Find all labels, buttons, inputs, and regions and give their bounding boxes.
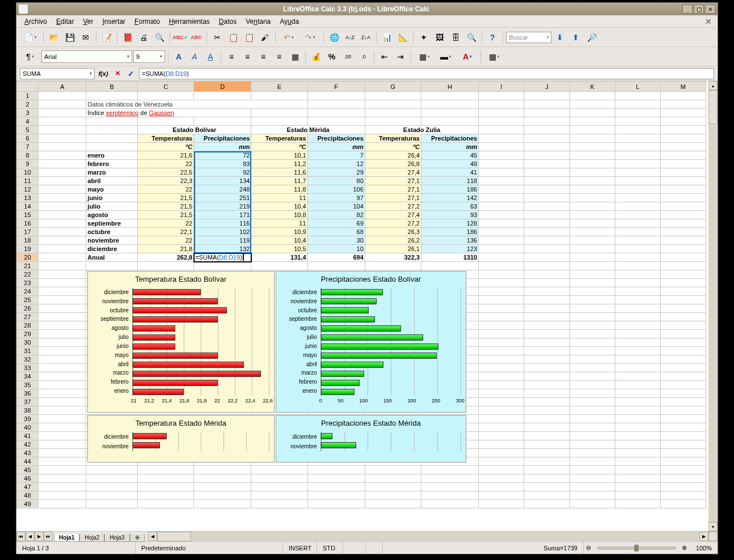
cell-M34[interactable]	[660, 372, 706, 381]
cell-C6[interactable]: Temperaturas	[138, 134, 194, 143]
cell-K19[interactable]	[570, 245, 615, 253]
cell-M45[interactable]	[660, 466, 706, 474]
cell-E19[interactable]: 10,5	[251, 245, 307, 253]
cell-A47[interactable]	[38, 483, 86, 491]
cell-G48[interactable]	[365, 491, 421, 500]
cell-K6[interactable]	[570, 134, 615, 143]
sheet-tab-Hoja3[interactable]: Hoja3	[104, 534, 129, 542]
cell-K49[interactable]	[570, 500, 615, 508]
cell-L2[interactable]	[615, 100, 660, 109]
cell-L31[interactable]	[615, 347, 660, 355]
cell-A24[interactable]	[38, 287, 86, 296]
col-header-F[interactable]: F	[307, 82, 365, 92]
cell-F2[interactable]	[307, 100, 365, 109]
cell-L15[interactable]	[615, 211, 660, 219]
cell-D4[interactable]	[194, 117, 251, 126]
cell-J20[interactable]	[524, 253, 570, 262]
cell-J14[interactable]	[524, 202, 570, 211]
row-header-41[interactable]: 41	[17, 432, 39, 440]
cell-J35[interactable]	[524, 381, 570, 389]
cell-J15[interactable]	[524, 211, 570, 219]
grid-lines-button[interactable]: ▦	[484, 49, 504, 64]
cell-G49[interactable]	[365, 500, 421, 508]
cell-K18[interactable]	[570, 236, 615, 245]
cell-G12[interactable]: 27,1	[365, 185, 421, 194]
cell-M14[interactable]	[660, 202, 706, 211]
cell-G16[interactable]: 27,2	[365, 219, 421, 228]
cell-L20[interactable]	[615, 253, 660, 262]
cell-I19[interactable]	[479, 245, 524, 253]
cell-K47[interactable]	[570, 483, 615, 491]
cell-I14[interactable]	[479, 202, 524, 211]
cell-A14[interactable]	[38, 202, 86, 211]
cell-K33[interactable]	[570, 364, 615, 372]
cell-J18[interactable]	[524, 236, 570, 245]
cell-E13[interactable]: 11	[251, 194, 307, 202]
cell-K9[interactable]	[570, 160, 615, 168]
cell-I13[interactable]	[479, 194, 524, 202]
cell-J44[interactable]	[524, 457, 570, 466]
row-header-39[interactable]: 39	[17, 415, 39, 423]
cell-H16[interactable]: 128	[421, 219, 478, 228]
cell-I6[interactable]	[479, 134, 524, 143]
cell-K39[interactable]	[570, 415, 615, 423]
cell-I9[interactable]	[479, 160, 524, 168]
cell-F6[interactable]: Precipitaciones	[307, 134, 365, 143]
cell-H17[interactable]: 186	[421, 228, 478, 236]
cell-J38[interactable]	[524, 406, 570, 415]
cell-I49[interactable]	[479, 500, 524, 508]
remove-decimal-button[interactable]: .0	[356, 49, 371, 64]
cell-G14[interactable]: 27,2	[365, 202, 421, 211]
cell-I41[interactable]	[479, 432, 524, 440]
cell-B3[interactable]: Índice xerotérmico de Gaussen	[86, 109, 251, 117]
row-header-15[interactable]: 15	[17, 211, 39, 219]
cell-I4[interactable]	[479, 117, 524, 126]
cell-D8[interactable]: 72	[194, 151, 251, 160]
cell-J12[interactable]	[524, 185, 570, 194]
sheet-tab-Hoja1[interactable]: Hoja1	[54, 534, 79, 542]
cell-I42[interactable]	[479, 440, 524, 449]
row-header-3[interactable]: 3	[17, 109, 39, 117]
cell-J2[interactable]	[524, 100, 570, 109]
cell-A20[interactable]	[38, 253, 86, 262]
cell-M41[interactable]	[660, 432, 706, 440]
cell-G15[interactable]: 27,4	[365, 211, 421, 219]
cell-C4[interactable]	[138, 117, 194, 126]
row-header-18[interactable]: 18	[17, 236, 39, 245]
cell-K40[interactable]	[570, 423, 615, 432]
cell-H20[interactable]: 1310	[421, 253, 478, 262]
cell-J32[interactable]	[524, 355, 570, 364]
cell-L47[interactable]	[615, 483, 660, 491]
cell-D11[interactable]: 134	[194, 177, 251, 185]
cell-E1[interactable]	[251, 92, 307, 100]
minimize-button[interactable]: _	[682, 5, 693, 14]
col-header-A[interactable]: A	[38, 82, 86, 92]
cell-E6[interactable]: Temperaturas	[251, 134, 307, 143]
cell-I18[interactable]	[479, 236, 524, 245]
cell-J3[interactable]	[524, 109, 570, 117]
row-header-45[interactable]: 45	[17, 466, 39, 474]
cell-I27[interactable]	[479, 313, 524, 321]
cell-E3[interactable]	[251, 109, 307, 117]
cell-F49[interactable]	[307, 500, 365, 508]
cell-B1[interactable]	[86, 92, 138, 100]
cell-H6[interactable]: Precipitaciones	[421, 134, 478, 143]
cell-F19[interactable]: 10	[307, 245, 365, 253]
cell-K20[interactable]	[570, 253, 615, 262]
cell-A30[interactable]	[38, 338, 86, 347]
cell-I12[interactable]	[479, 185, 524, 194]
cell-E9[interactable]: 11,2	[251, 160, 307, 168]
align-left-button[interactable]: ≡	[224, 49, 239, 64]
cell-B18[interactable]: noviembre	[86, 236, 138, 245]
cell-M38[interactable]	[660, 406, 706, 415]
cell-A48[interactable]	[38, 491, 86, 500]
cell-F17[interactable]: 68	[307, 228, 365, 236]
cell-D48[interactable]	[194, 491, 251, 500]
cell-L29[interactable]	[615, 330, 660, 338]
cell-I26[interactable]	[479, 304, 524, 313]
cell-E17[interactable]: 10,9	[251, 228, 307, 236]
cell-K31[interactable]	[570, 347, 615, 355]
cell-I44[interactable]	[479, 457, 524, 466]
hscroll-thumb[interactable]	[157, 532, 191, 541]
cell-M49[interactable]	[660, 500, 706, 508]
